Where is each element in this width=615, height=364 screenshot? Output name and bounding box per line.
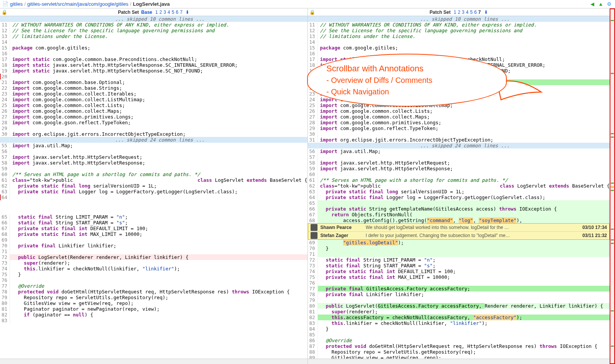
patchset-num-link[interactable]: 6 [473, 10, 478, 15]
code-line[interactable]: 16 [308, 51, 610, 56]
code-line[interactable]: 61/** Serves an HTML page with a shortlo… [308, 177, 610, 183]
skip-line[interactable]: ... skipped 24 common lines ... [308, 143, 610, 148]
code-line[interactable]: 79 Repository repo = ServletUtils.getRep… [0, 295, 308, 300]
horizontal-scrollbar[interactable] [0, 359, 308, 364]
code-line[interactable]: 27import com.google.common.primitives.Lo… [0, 114, 308, 120]
code-line[interactable]: 78 protected void doGetHtml(HttpServletR… [0, 289, 308, 295]
patchset-num-link[interactable]: 2 [159, 10, 163, 15]
code-line[interactable]: 15package com.google.gitiles; [308, 45, 610, 51]
patchset-num-link[interactable]: 5 [469, 10, 473, 15]
code-line[interactable]: 63 private static final long serialVersi… [308, 189, 610, 194]
horizontal-scrollbar[interactable] [308, 359, 610, 364]
skip-line[interactable]: ... skipped 10 common lines ... [0, 16, 308, 22]
code-line[interactable]: 75 private static final int MAX_LIMIT = … [308, 274, 610, 280]
code-line[interactable]: 73 static final String START_PARAM = "s"… [308, 263, 610, 268]
code-line[interactable]: 23import com.google.common.collect.Itera… [0, 91, 308, 97]
code-line[interactable]: 55import java.util.Map; [0, 143, 308, 148]
code-line[interactable]: 81 Paginator paginator = newPaginator(re… [0, 306, 308, 312]
patchset-num-link[interactable]: 2 [457, 10, 461, 15]
code-line[interactable]: 62 private static final long serialVersi… [0, 183, 308, 189]
code-line[interactable]: 15package com.google.gitiles; [0, 45, 308, 51]
code-line[interactable]: 66 static final String START_PARAM = "s"… [0, 220, 308, 226]
code-line[interactable]: 12// See the License for the specific la… [0, 28, 308, 33]
scrollbar-mark[interactable] [611, 73, 614, 74]
patchset-num-link[interactable]: 4 [465, 10, 470, 15]
scrollbar-mark[interactable] [611, 243, 614, 244]
code-line[interactable]: 24import com.google.common.collect.ListM… [0, 97, 308, 102]
code-line[interactable]: 64 private static final Logger log = Log… [308, 194, 610, 200]
code-line[interactable]: 59 [0, 166, 308, 171]
code-line[interactable]: 67 private static final int DEFAULT_LIMI… [0, 226, 308, 231]
code-line[interactable]: 70 private final Linkifier linkifier; [0, 243, 308, 249]
code-line[interactable]: 83 this.linkifier = checkNotNull(linkifi… [308, 320, 610, 326]
breadcrumb-link[interactable]: gitiles-servlet/src/main/java/com/google… [27, 1, 129, 7]
code-line[interactable]: 19import static javax.servlet.http.HttpS… [0, 68, 308, 74]
code-line[interactable]: 11// WITHOUT WARRANTIES OR CONDITIONS OF… [308, 22, 610, 28]
code-line[interactable]: 14 [0, 39, 308, 45]
left-code[interactable]: ... skipped 10 common lines ... 11// WIT… [0, 16, 308, 359]
comment-row[interactable]: Shawn PearceWe should get logDetail work… [308, 224, 610, 232]
code-line[interactable]: 56import java.util.Map; [308, 148, 610, 154]
up-to-change-icon[interactable]: ▲ [597, 1, 604, 8]
patchset-num-link[interactable]: 4 [167, 10, 171, 15]
code-line[interactable]: 18import static javax.servlet.http.HttpS… [0, 62, 308, 68]
code-line[interactable]: 28import com.google.gson.reflect.TypeTok… [0, 120, 308, 125]
code-line[interactable]: 72 public LogServlet(Renderer renderer, … [0, 254, 308, 260]
code-line[interactable]: 77 private final GitilesAccess.Factory a… [308, 286, 610, 292]
code-line[interactable]: 73 super(renderer); [0, 260, 308, 266]
code-line[interactable]: 84 } [308, 326, 610, 332]
scrollbar-mark[interactable] [611, 183, 614, 184]
code-line[interactable]: 57 [308, 154, 610, 160]
code-line[interactable]: 65 static final String LIMIT_PARAM = "n"… [0, 214, 308, 220]
scrollbar-mark[interactable] [611, 229, 614, 230]
settings-icon[interactable]: ⚙ [606, 1, 613, 8]
code-line[interactable]: 64 [0, 194, 308, 200]
code-line[interactable]: 28import com.google.common.primitives.Lo… [308, 120, 610, 125]
code-line[interactable]: 68 access.getConfig().getString("command… [308, 217, 610, 223]
code-line[interactable]: 31import org.eclipse.jgit.errors.Incorre… [308, 137, 610, 143]
download-icon[interactable]: ⬇ [484, 10, 488, 15]
skip-line[interactable]: ... skipped 10 common lines ... [308, 16, 610, 22]
code-line[interactable]: 63 private static final Logger log = Log… [0, 189, 308, 194]
code-line[interactable]: 71 [0, 249, 308, 254]
code-line[interactable]: 29import com.google.gson.reflect.TypeTok… [308, 125, 610, 131]
patchset-num-link[interactable]: 1 [155, 10, 159, 15]
patchset-num-link[interactable]: 1 [453, 10, 457, 15]
code-line[interactable]: 86 @Override [308, 338, 610, 343]
code-line[interactable]: 78 private final Linkifier linkifier; [308, 292, 610, 297]
code-line[interactable]: 22import com.google.common.base.Strings; [0, 85, 308, 91]
code-line[interactable]: 11// WITHOUT WARRANTIES OR CONDITIONS OF… [0, 22, 308, 28]
code-line[interactable]: 74 private static final int DEFAULT_LIMI… [308, 268, 610, 274]
code-line[interactable]: 13// limitations under the License. [308, 33, 610, 39]
code-line[interactable]: 59import javax.servlet.http.HttpServletR… [308, 166, 610, 171]
code-line[interactable]: 17import static com.google.common.base.P… [0, 56, 308, 62]
scrollbar-mark[interactable] [611, 137, 614, 138]
scrollbar-mark[interactable] [611, 20, 614, 21]
code-line[interactable]: 58import javax.servlet.http.HttpServletR… [0, 160, 308, 166]
code-line[interactable]: 29 [0, 125, 308, 131]
code-line[interactable]: 77 @Override [0, 283, 308, 289]
code-line[interactable]: 60/** Serves an HTML page with a shortlo… [0, 171, 308, 177]
scrollbar-mark[interactable] [611, 310, 614, 311]
patchset-num-link[interactable]: 3 [461, 10, 465, 15]
comment-thread[interactable]: Shawn PearceWe should get logDetail work… [308, 223, 610, 240]
code-line[interactable]: 27import com.google.common.collect.Maps; [308, 114, 610, 120]
code-line[interactable]: 76 [308, 280, 610, 286]
code-line[interactable]: 26import com.google.common.collect.Lists… [308, 108, 610, 114]
code-line[interactable]: 72 static final String LIMIT_PARAM = "n"… [308, 257, 610, 263]
code-line[interactable]: 89 GitilesView view = getView(req, repo)… [308, 355, 610, 359]
code-line[interactable]: 65 [308, 200, 610, 206]
patchset-num-link[interactable]: 6 [175, 10, 179, 15]
code-line[interactable]: 30 [308, 131, 610, 137]
code-line[interactable]: 88 Repository repo = ServletUtils.getRep… [308, 349, 610, 355]
breadcrumb-link[interactable]: gitiles [10, 1, 23, 7]
code-line[interactable]: 58import javax.servlet.http.HttpServletR… [308, 160, 610, 166]
code-line[interactable]: 26import com.google.common.collect.Maps; [0, 108, 308, 114]
code-line[interactable]: 25import com.google.common.collect.ListM… [308, 102, 610, 108]
code-line[interactable]: 75 } [0, 272, 308, 277]
code-line[interactable]: 81 super(renderer); [308, 309, 610, 315]
code-line[interactable]: 85 [308, 332, 610, 338]
code-line[interactable]: 21import com.google.common.base.Optional… [0, 79, 308, 85]
code-line[interactable]: 82 this.accessFactory = checkNotNull(acc… [308, 315, 610, 320]
skip-line[interactable]: ... skipped 24 common lines ... [0, 137, 308, 143]
